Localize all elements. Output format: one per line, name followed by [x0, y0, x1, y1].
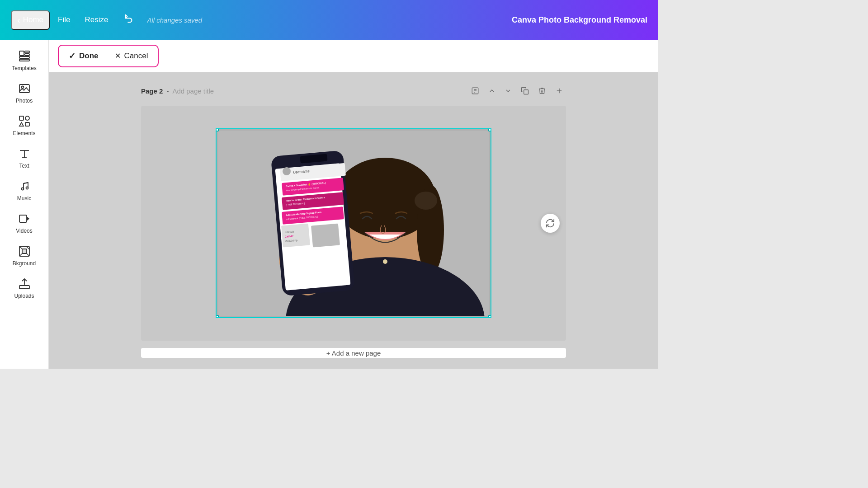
add-page-label: + Add a new page: [326, 349, 381, 357]
undo-button[interactable]: [120, 10, 139, 30]
svg-rect-1: [25, 51, 29, 53]
svg-rect-21: [19, 286, 29, 289]
resize-handle-br[interactable]: [488, 315, 491, 318]
sidebar-item-label: Videos: [16, 228, 32, 234]
autosave-status: All changes saved: [147, 16, 202, 24]
content-area: ✓ Done ✕ Cancel Page 2 - Add page title: [49, 40, 658, 369]
file-label: File: [58, 15, 70, 24]
resize-button[interactable]: Resize: [78, 12, 114, 28]
music-icon: [18, 180, 31, 192]
move-up-button[interactable]: [486, 85, 498, 96]
resize-handle-bl[interactable]: [216, 315, 219, 318]
svg-rect-20: [22, 249, 27, 253]
svg-rect-8: [25, 116, 29, 120]
svg-marker-9: [19, 122, 24, 126]
page-title-area: Page 2 - Add page title: [141, 87, 214, 95]
svg-rect-0: [19, 51, 24, 56]
sidebar-item-videos[interactable]: Videos: [0, 206, 48, 239]
sidebar-item-label: Uploads: [14, 293, 34, 299]
sidebar: Templates Photos Elements: [0, 40, 49, 369]
svg-point-36: [415, 192, 437, 210]
svg-rect-17: [19, 215, 27, 222]
sidebar-item-background[interactable]: Bkground: [0, 239, 48, 271]
svg-rect-7: [19, 116, 24, 120]
text-icon: [18, 147, 31, 160]
page-number: Page 2: [141, 87, 163, 95]
svg-rect-4: [19, 59, 29, 61]
svg-rect-27: [524, 90, 528, 94]
sidebar-item-label: Templates: [12, 65, 37, 71]
checkmark-icon: ✓: [69, 51, 75, 61]
sidebar-item-label: Music: [17, 195, 31, 202]
photo-content: Username Canva + Snapchat 🤞 (TUTORIAL) H…: [218, 131, 489, 316]
home-label: Home: [23, 15, 43, 24]
page-title-separator: -: [166, 87, 169, 95]
x-icon: ✕: [115, 52, 121, 60]
sidebar-item-label: Elements: [13, 130, 35, 136]
cancel-button[interactable]: ✕ Cancel: [108, 48, 156, 64]
page-header: Page 2 - Add page title: [141, 83, 566, 99]
background-icon: [18, 245, 31, 258]
main-layout: Templates Photos Elements: [0, 40, 658, 369]
app-title: Canva Photo Background Removal: [512, 15, 647, 25]
duplicate-button[interactable]: [518, 85, 532, 97]
topbar: ‹ Home File Resize All changes saved Can…: [0, 0, 658, 40]
sidebar-item-uploads[interactable]: Uploads: [0, 271, 48, 304]
move-down-button[interactable]: [502, 85, 514, 96]
editing-toolbar: ✓ Done ✕ Cancel: [49, 40, 658, 72]
chevron-left-icon: ‹: [17, 15, 20, 25]
svg-point-6: [21, 86, 24, 89]
videos-icon: [18, 212, 31, 225]
svg-point-14: [21, 188, 24, 190]
svg-rect-61: [311, 223, 340, 247]
elements-icon: [18, 115, 31, 127]
svg-point-38: [383, 259, 387, 264]
sidebar-item-text[interactable]: Text: [0, 141, 48, 174]
selected-image-container[interactable]: Username Canva + Snapchat 🤞 (TUTORIAL) H…: [216, 128, 491, 318]
templates-icon: [18, 50, 31, 62]
resize-handle-tr[interactable]: [488, 128, 491, 131]
page-actions: [468, 85, 566, 97]
svg-rect-3: [19, 56, 29, 58]
sidebar-item-music[interactable]: Music: [0, 174, 48, 206]
cancel-label: Cancel: [124, 52, 148, 61]
done-label: Done: [79, 52, 99, 61]
sidebar-item-templates[interactable]: Templates: [0, 43, 48, 76]
add-page-button[interactable]: + Add a new page: [141, 348, 566, 358]
sidebar-item-label: Bkground: [13, 260, 36, 267]
floating-help-button[interactable]: [541, 214, 560, 233]
done-button[interactable]: ✓ Done: [61, 47, 106, 65]
delete-button[interactable]: [535, 85, 549, 97]
svg-rect-2: [25, 54, 29, 56]
svg-rect-10: [25, 122, 29, 126]
photos-icon: [18, 82, 31, 95]
sidebar-item-label: Text: [19, 163, 29, 169]
add-page-inline-button[interactable]: [552, 85, 566, 97]
resize-handle-tl[interactable]: [216, 128, 219, 131]
page-title-placeholder[interactable]: Add page title: [172, 87, 214, 95]
notes-button[interactable]: [468, 85, 482, 97]
sidebar-item-label: Photos: [16, 98, 33, 104]
uploads-icon: [18, 277, 31, 290]
sidebar-item-photos[interactable]: Photos: [0, 76, 48, 108]
sidebar-item-elements[interactable]: Elements: [0, 108, 48, 141]
refresh-icon: [545, 218, 555, 228]
svg-line-16: [24, 183, 28, 183]
svg-rect-5: [19, 84, 29, 93]
svg-point-15: [26, 187, 28, 189]
file-button[interactable]: File: [52, 12, 76, 28]
svg-marker-18: [27, 216, 29, 221]
done-cancel-highlight: ✓ Done ✕ Cancel: [58, 45, 159, 67]
canvas-page[interactable]: Username Canva + Snapchat 🤞 (TUTORIAL) H…: [141, 106, 566, 341]
canvas-area: Page 2 - Add page title: [49, 72, 658, 369]
resize-label: Resize: [85, 15, 108, 24]
home-button[interactable]: ‹ Home: [11, 10, 50, 30]
